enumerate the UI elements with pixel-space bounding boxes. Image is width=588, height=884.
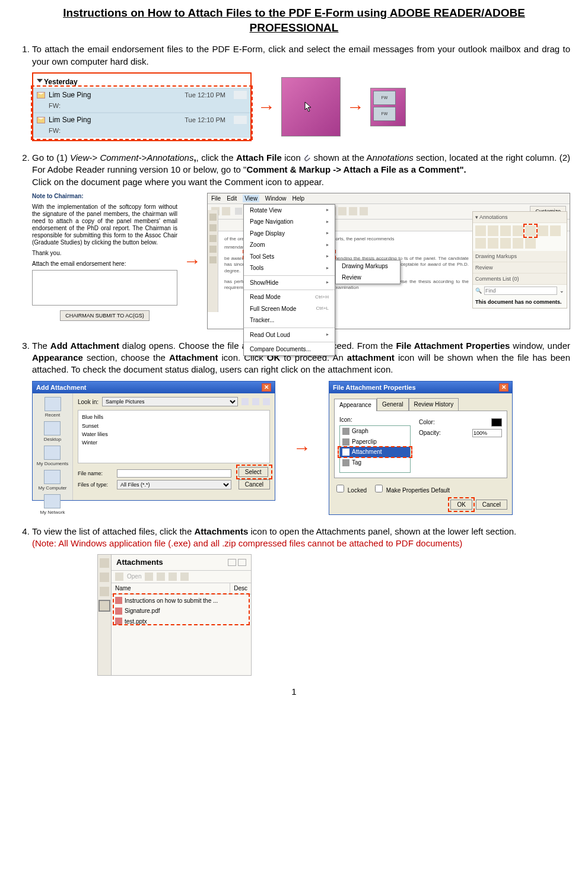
menu-item-showhide[interactable]: Show/Hide▸ (244, 277, 335, 289)
tab-general[interactable]: General (377, 398, 409, 411)
opacity-input[interactable] (472, 429, 502, 437)
cancel-button[interactable]: Cancel (476, 500, 507, 510)
find-input[interactable] (484, 287, 557, 295)
msg-file-icon[interactable]: FW (373, 107, 396, 121)
drawing-markups-header[interactable]: Drawing Markups (473, 251, 567, 262)
annot-tool-icon[interactable] (500, 225, 511, 236)
sidebar-icon[interactable] (209, 256, 217, 263)
lookin-select[interactable]: Sample Pictures (102, 397, 238, 406)
color-swatch[interactable] (491, 418, 502, 427)
file-item[interactable]: Sunset (81, 422, 267, 430)
make-default-checkbox[interactable]: Make Properties Default (373, 483, 450, 495)
nav-icon[interactable] (100, 587, 109, 596)
place-recent[interactable]: Recent (45, 397, 61, 419)
toolbar-icon[interactable] (349, 207, 357, 215)
file-item[interactable]: Winter (81, 438, 267, 447)
menu-item-tools[interactable]: Tools▸ (244, 262, 335, 274)
filetype-select[interactable]: All Files (*.*) (117, 480, 231, 489)
filename-input[interactable] (117, 469, 231, 478)
open-button[interactable]: Open (127, 573, 141, 581)
panel-nav-icon[interactable] (228, 559, 236, 566)
annot-tool-icon[interactable] (475, 225, 486, 236)
menu-item-page-display[interactable]: Page Display▸ (244, 228, 335, 240)
menu-help[interactable]: Help (292, 195, 304, 203)
icon-option-tag[interactable]: Tag (340, 457, 410, 468)
tool-icon[interactable] (157, 573, 165, 581)
place-desktop[interactable]: Desktop (44, 421, 61, 443)
annot-tool-icon[interactable] (488, 225, 498, 236)
place-mydocs[interactable]: My Documents (37, 446, 68, 468)
menu-item-readoutloud[interactable]: Read Out Loud▸ (244, 329, 335, 341)
tab-appearance[interactable]: Appearance (334, 399, 377, 411)
comments-list-header[interactable]: Comments List (0) (473, 274, 567, 285)
close-icon[interactable]: ✕ (499, 383, 508, 392)
zoom-out-icon[interactable] (235, 208, 242, 215)
icon-option-paperclip[interactable]: Paperclip (340, 437, 410, 447)
annot-tool-icon[interactable] (525, 238, 536, 249)
msg-file-icon[interactable]: FW (373, 91, 396, 105)
annot-tool-icon[interactable] (550, 225, 561, 236)
menu-item-compare[interactable]: Compare Documents... (244, 344, 335, 355)
annot-tool-icon[interactable] (475, 238, 486, 249)
tool-icon[interactable] (115, 573, 123, 581)
annot-tool-icon[interactable] (513, 238, 523, 249)
sidebar-icon[interactable] (209, 214, 217, 221)
place-mycomp[interactable]: My Computer (38, 470, 66, 492)
flag-icon[interactable] (234, 91, 247, 99)
sidebar-icon[interactable] (209, 246, 217, 253)
menu-item-toolsets[interactable]: Tool Sets▸ (244, 251, 335, 263)
tab-review-history[interactable]: Review History (409, 398, 459, 411)
attachment-drop-area[interactable] (32, 270, 177, 306)
tool-icon[interactable] (169, 573, 177, 581)
locked-checkbox[interactable]: Locked (334, 483, 367, 495)
toolbar-icon[interactable] (222, 207, 230, 215)
file-list[interactable]: Blue hills Sunset Water lilies Winter (78, 410, 270, 463)
annot-tool-icon[interactable] (513, 225, 523, 236)
annot-tool-icon[interactable] (538, 225, 548, 236)
col-desc[interactable]: Desc (230, 583, 251, 594)
menu-item-readmode[interactable]: Read ModeCtrl+H (244, 291, 335, 303)
sidebar-icon[interactable] (209, 235, 217, 242)
nav-icon[interactable] (100, 573, 109, 582)
toolbar-icon[interactable] (360, 207, 368, 215)
find-options[interactable]: ⌄ (560, 287, 564, 294)
place-mynet[interactable]: My Network (40, 494, 65, 516)
flag-icon[interactable] (234, 116, 247, 124)
annot-tool-icon[interactable] (525, 225, 536, 236)
cancel-button[interactable]: Cancel (239, 479, 270, 489)
tool-icon[interactable] (145, 573, 153, 581)
menu-item-fullscreen[interactable]: Full Screen ModeCtrl+L (244, 303, 335, 315)
review-header[interactable]: Review (473, 262, 567, 274)
menu-file[interactable]: File (211, 195, 221, 203)
nav-icon[interactable] (252, 398, 259, 405)
nav-icon[interactable] (241, 398, 249, 405)
outlook-message-row[interactable]: Lim Sue Ping Tue 12:10 PM (33, 113, 250, 126)
dialog-title: File Attachment Properties (333, 383, 416, 392)
menu-item-zoom[interactable]: Zoom▸ (244, 239, 335, 251)
attachments-nav-icon[interactable] (100, 601, 109, 610)
menu-item-page-nav[interactable]: Page Navigation▸ (244, 216, 335, 228)
icon-option-graph[interactable]: Graph (340, 426, 410, 437)
annot-tool-icon[interactable] (488, 238, 498, 249)
sidebar-icon[interactable] (209, 224, 217, 231)
submenu-review[interactable]: Review (336, 272, 400, 284)
submenu-drawing[interactable]: Drawing Markups (336, 260, 400, 272)
panel-nav-icon[interactable] (238, 559, 246, 566)
annot-tool-icon[interactable] (500, 238, 511, 249)
menu-window[interactable]: Window (265, 195, 287, 203)
nav-icon[interactable] (263, 398, 270, 405)
toolbar-icon[interactable] (338, 207, 347, 215)
nav-icon[interactable] (100, 558, 109, 568)
chairman-submit-button[interactable]: CHAIRMAN SUBMIT TO AC(GS) (60, 310, 150, 321)
menu-item-rotate[interactable]: Rotate View▸ (244, 205, 335, 217)
file-item[interactable]: Water lilies (81, 430, 267, 438)
col-name[interactable]: Name (112, 583, 230, 594)
menu-view[interactable]: View (243, 195, 259, 203)
annotations-header[interactable]: ▾ Annotations (473, 212, 567, 223)
close-icon[interactable]: ✕ (262, 383, 271, 392)
outlook-message-row[interactable]: Lim Sue Ping Tue 12:10 PM (33, 88, 250, 101)
menu-edit[interactable]: Edit (227, 195, 237, 203)
menu-item-tracker[interactable]: Tracker... (244, 314, 335, 326)
file-item[interactable]: Blue hills (81, 413, 267, 421)
tool-icon[interactable] (180, 573, 189, 581)
